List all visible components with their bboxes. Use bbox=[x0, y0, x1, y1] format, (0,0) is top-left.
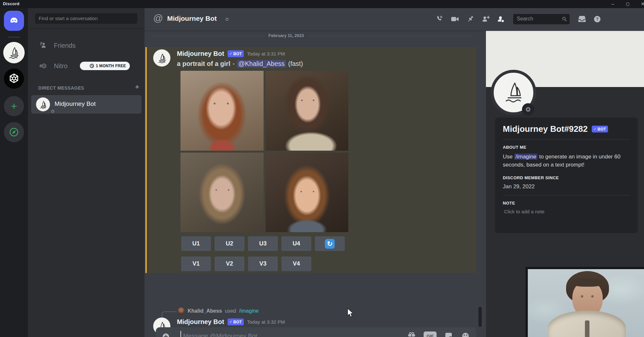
sidebar-item-nitro[interactable]: Nitro 1 MONTH FREE bbox=[31, 59, 142, 73]
portrait-bottom-right[interactable] bbox=[266, 153, 349, 232]
title-bar: Discord – ▢ ✕ bbox=[0, 0, 644, 8]
slash-command-link[interactable]: /imagine bbox=[239, 308, 259, 314]
discord-window: Discord – ▢ ✕ bbox=[0, 0, 644, 337]
reply-username[interactable]: Khalid_Abess bbox=[188, 308, 222, 314]
profile-card: Midjourney Bot#9282 ✓ BOT ABOUT ME Use /… bbox=[495, 118, 638, 233]
u1-button[interactable]: U1 bbox=[181, 236, 211, 251]
close-button[interactable]: ✕ bbox=[639, 0, 644, 8]
clock-icon bbox=[90, 64, 94, 68]
message-area: February 11, 2023 Midjourney Bot ✓ BOT T… bbox=[144, 31, 486, 337]
webcam-jacket-zipper bbox=[585, 320, 589, 337]
divider bbox=[503, 139, 630, 140]
status-badge bbox=[50, 108, 56, 114]
profile-status-badge bbox=[522, 103, 534, 116]
message-input-bar[interactable]: Message @Midjourney Bot GIF bbox=[156, 327, 476, 337]
check-icon: ✓ bbox=[229, 52, 232, 56]
member-since-date: Jan 29, 2022 bbox=[503, 183, 630, 190]
input-toolbar: GIF bbox=[407, 331, 470, 337]
message-header: Midjourney Bot ✓ BOT Today at 3:31 PM bbox=[177, 50, 285, 57]
mouse-cursor bbox=[347, 308, 354, 318]
message-header: Midjourney Bot ✓ BOT Today at 3:32 PM bbox=[177, 318, 285, 326]
help-icon[interactable]: ? bbox=[592, 14, 602, 24]
sidebar-item-friends[interactable]: Friends bbox=[31, 38, 142, 53]
u4-button[interactable]: U4 bbox=[281, 236, 311, 251]
video-call-icon[interactable] bbox=[450, 14, 460, 24]
plus-icon: + bbox=[11, 100, 17, 112]
direct-messages-header[interactable]: DIRECT MESSAGES bbox=[38, 85, 84, 91]
portrait-top-right[interactable] bbox=[266, 71, 349, 151]
webcam-overlay bbox=[526, 267, 644, 337]
prompt-text: a portrait of a girl bbox=[177, 60, 230, 68]
dm-sidebar: Find or start a conversation Friends Nit… bbox=[28, 8, 144, 337]
v4-button[interactable]: V4 bbox=[281, 256, 311, 271]
nitro-label: Nitro bbox=[54, 62, 68, 70]
nitro-badge-label: 1 MONTH FREE bbox=[96, 64, 126, 68]
search-input[interactable]: Search bbox=[513, 14, 570, 24]
message-midjourney-result: Midjourney Bot ✓ BOT Today at 3:31 PM a … bbox=[145, 47, 476, 273]
channel-title: Midjourney Bot bbox=[167, 15, 217, 22]
voice-call-icon[interactable] bbox=[435, 14, 445, 24]
member-since-title: DISCORD MEMBER SINCE bbox=[503, 175, 630, 180]
timestamp: Today at 3:31 PM bbox=[247, 51, 285, 56]
imagine-command-pill[interactable]: /imagine bbox=[514, 154, 538, 160]
create-dm-button[interactable]: + bbox=[135, 83, 139, 91]
note-input[interactable]: Click to add a note bbox=[503, 209, 630, 214]
gif-picker-icon[interactable]: GIF bbox=[424, 331, 437, 337]
variation-button-row: V1 V2 V3 V4 bbox=[181, 256, 311, 271]
svg-text:?: ? bbox=[596, 17, 599, 21]
bot-badge: ✓ BOT bbox=[592, 126, 608, 132]
chat-scrollbar-thumb[interactable] bbox=[478, 307, 482, 327]
reply-connector-line bbox=[162, 311, 176, 318]
divider bbox=[503, 195, 630, 195]
avatar[interactable] bbox=[153, 49, 170, 67]
portrait-top-left[interactable] bbox=[180, 71, 264, 151]
discord-logo-icon bbox=[8, 15, 20, 27]
v1-button[interactable]: V1 bbox=[181, 256, 211, 271]
dm-item-midjourney-bot[interactable]: Midjourney Bot bbox=[31, 95, 142, 114]
at-icon: @ bbox=[153, 13, 163, 24]
date-divider: February 11, 2023 bbox=[153, 36, 472, 36]
pin-icon[interactable] bbox=[465, 14, 475, 24]
emoji-icon[interactable] bbox=[461, 331, 470, 337]
author-name[interactable]: Midjourney Bot bbox=[177, 318, 224, 326]
u3-button[interactable]: U3 bbox=[248, 236, 278, 251]
dm-name: Midjourney Bot bbox=[55, 100, 96, 107]
add-server-button[interactable]: + bbox=[4, 96, 24, 116]
sailboat-icon bbox=[501, 80, 526, 105]
app-title: Discord bbox=[3, 1, 19, 6]
inbox-icon[interactable] bbox=[577, 14, 587, 24]
sticker-icon[interactable] bbox=[444, 331, 453, 337]
conversation-search-button[interactable]: Find or start a conversation bbox=[35, 13, 137, 24]
attach-icon[interactable] bbox=[161, 331, 171, 337]
upscale-button-row: U1 U2 U3 U4 ↻ bbox=[181, 236, 345, 251]
message-input-placeholder[interactable]: Message @Midjourney Bot bbox=[183, 332, 257, 337]
minimize-button[interactable]: – bbox=[610, 0, 616, 8]
generated-image-grid[interactable] bbox=[180, 71, 348, 232]
add-friend-icon[interactable] bbox=[481, 14, 490, 24]
note-title: NOTE bbox=[503, 201, 630, 206]
user-mention[interactable]: @Khalid_Abess bbox=[237, 60, 286, 68]
reply-context[interactable]: Khalid_Abess used /imagine bbox=[178, 307, 259, 315]
nitro-promo-badge[interactable]: 1 MONTH FREE bbox=[80, 62, 130, 70]
v3-button[interactable]: V3 bbox=[248, 256, 278, 271]
webcam-video bbox=[528, 269, 644, 337]
date-divider-label: February 11, 2023 bbox=[265, 33, 308, 38]
nitro-icon bbox=[38, 61, 48, 71]
openai-server-button[interactable] bbox=[4, 69, 24, 89]
webcam-person-hairline bbox=[571, 278, 604, 287]
discord-home-button[interactable] bbox=[4, 11, 24, 31]
v2-button[interactable]: V2 bbox=[215, 256, 244, 271]
maximize-button[interactable]: ▢ bbox=[625, 0, 631, 8]
author-name[interactable]: Midjourney Bot bbox=[177, 50, 224, 57]
user-profile-toggle-icon[interactable] bbox=[496, 14, 506, 24]
friends-label: Friends bbox=[54, 42, 76, 49]
explore-servers-button[interactable] bbox=[4, 122, 24, 142]
u2-button[interactable]: U2 bbox=[215, 236, 244, 251]
gift-icon[interactable] bbox=[407, 331, 416, 337]
sidebar-top: Find or start a conversation bbox=[28, 8, 144, 29]
text-caret bbox=[180, 331, 181, 337]
midjourney-server-button[interactable] bbox=[3, 42, 25, 63]
portrait-bottom-left[interactable] bbox=[180, 153, 264, 232]
server-rail: + bbox=[0, 8, 28, 337]
reroll-button[interactable]: ↻ bbox=[315, 236, 345, 251]
